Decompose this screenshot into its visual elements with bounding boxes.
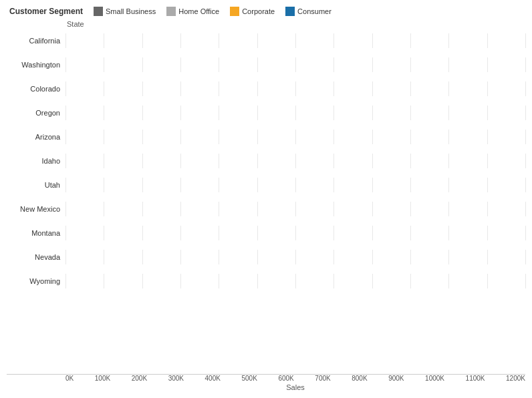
state-name: New Mexico — [7, 205, 65, 213]
x-tick: 400K — [205, 375, 221, 382]
legend-label-home-office: Home Office — [178, 7, 219, 15]
bar-row: California — [7, 29, 525, 52]
state-name: Nevada — [7, 253, 65, 261]
legend-color-home-office — [166, 7, 176, 16]
state-name: Oregon — [7, 109, 65, 117]
state-axis-label: State — [7, 20, 525, 28]
bar-row: Montana — [7, 222, 525, 244]
bar-area — [65, 202, 525, 216]
bar-area — [65, 226, 525, 240]
bar-row: Colorado — [7, 77, 525, 100]
x-tick: 1100K — [466, 375, 485, 382]
legend-color-corporate — [230, 7, 239, 16]
legend: Customer Segment Small Business Home Off… — [7, 7, 525, 16]
x-tick: 800K — [352, 375, 367, 382]
bar-area — [65, 106, 525, 120]
bar-row: Wyoming — [7, 270, 525, 292]
bar-area — [65, 81, 525, 96]
x-axis: 0K100K200K300K400K500K600K700K800K900K10… — [7, 374, 525, 382]
bars-area: CaliforniaWashingtonColoradoOregonArizon… — [7, 29, 525, 371]
state-name: Wyoming — [7, 277, 65, 285]
x-tick: 1200K — [506, 375, 525, 382]
bar-area — [65, 130, 525, 144]
state-name: Idaho — [7, 157, 65, 165]
x-tick: 200K — [132, 375, 147, 382]
state-name: Utah — [7, 181, 65, 189]
bar-row: New Mexico — [7, 198, 525, 220]
bar-area — [65, 250, 525, 264]
x-tick: 700K — [315, 375, 330, 382]
bar-area — [65, 274, 525, 288]
legend-item-corporate: Corporate — [230, 7, 275, 16]
x-tick: 600K — [278, 375, 293, 382]
legend-color-consumer — [285, 7, 295, 16]
x-tick: 0K — [65, 375, 74, 382]
state-name: Montana — [7, 229, 65, 237]
legend-label-small-business: Small Business — [106, 7, 156, 15]
bar-area — [65, 57, 525, 72]
bar-row: Idaho — [7, 150, 525, 172]
legend-item-small-business: Small Business — [94, 7, 156, 16]
legend-label-consumer: Consumer — [297, 7, 331, 15]
bar-row: Arizona — [7, 126, 525, 148]
legend-color-small-business — [94, 7, 103, 16]
legend-item-home-office: Home Office — [166, 7, 219, 16]
bar-row: Oregon — [7, 102, 525, 124]
bar-row: Washington — [7, 53, 525, 76]
x-tick: 500K — [241, 375, 257, 382]
x-tick: 1000K — [425, 375, 444, 382]
state-name: Washington — [7, 61, 65, 69]
bar-area — [65, 154, 525, 168]
state-name: Colorado — [7, 85, 65, 93]
state-name: Arizona — [7, 133, 65, 141]
x-tick: 900K — [388, 375, 404, 382]
x-tick: 300K — [168, 375, 184, 382]
bar-area — [65, 178, 525, 192]
legend-item-consumer: Consumer — [285, 7, 331, 16]
x-axis-label: Sales — [7, 383, 525, 391]
bar-row: Nevada — [7, 246, 525, 268]
legend-title: Customer Segment — [9, 7, 83, 16]
state-name: California — [7, 37, 65, 45]
x-axis-ticks: 0K100K200K300K400K500K600K700K800K900K10… — [65, 375, 525, 382]
chart-container: Customer Segment Small Business Home Off… — [0, 0, 532, 398]
bar-area — [65, 33, 525, 48]
bar-row: Utah — [7, 174, 525, 196]
x-tick: 100K — [95, 375, 110, 382]
legend-label-corporate: Corporate — [242, 7, 275, 15]
